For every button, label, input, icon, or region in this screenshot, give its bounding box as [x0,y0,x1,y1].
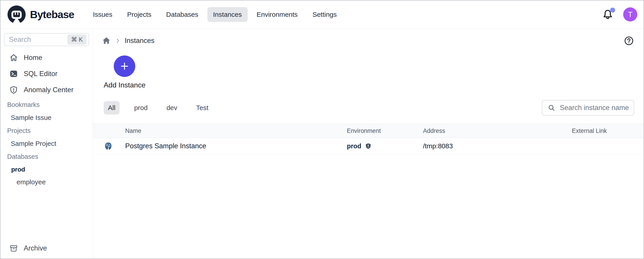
breadcrumb-current: Instances [125,37,154,45]
sidebar-item-label: Home [24,54,42,62]
sidebar-project-sample-project[interactable]: Sample Project [0,137,93,150]
header-cell-environment: Environment [347,127,423,134]
help-circle-icon [624,36,634,46]
filter-row: All prod dev Test Search instance name [93,100,644,116]
instances-table: Name Environment Address External Link [93,124,644,154]
plus-icon [120,61,130,71]
instance-address: /tmp:8083 [423,142,572,150]
instance-name[interactable]: Postgres Sample Instance [125,142,347,150]
sidebar-database-env-prod[interactable]: prod [0,163,93,176]
nav-item-issues[interactable]: Issues [87,7,118,22]
brand-name: Bytebase [30,8,74,20]
add-instance-label: Add Instance [104,81,146,89]
sidebar-search-placeholder: Search [9,35,68,44]
instance-search-placeholder: Search instance name [560,104,629,112]
sidebar-item-label: SQL Editor [24,70,57,78]
tab-all[interactable]: All [104,101,120,115]
chevron-right-icon [111,38,125,44]
avatar-letter: T [628,10,632,19]
table-header: Name Environment Address External Link [93,124,644,138]
left-sidebar: Search ⌘ K Home SQL E [0,29,93,259]
instance-search-input[interactable]: Search instance name [542,100,634,116]
nav-item-projects[interactable]: Projects [121,7,157,22]
main-nav: Issues Projects Databases Instances Envi… [87,7,342,22]
notification-bell-button[interactable] [602,9,613,20]
bytebase-logo[interactable]: Bytebase [7,5,74,24]
terminal-icon [10,70,18,78]
search-shortcut-badge: ⌘ K [68,34,86,45]
shield-protected-icon [365,143,372,150]
sidebar-item-home[interactable]: Home [0,50,93,66]
sidebar-section-databases: Databases [0,150,93,163]
shield-alert-icon [10,86,18,94]
sidebar-item-archive[interactable]: Archive [0,240,93,257]
sidebar-item-sql-editor[interactable]: SQL Editor [0,66,93,82]
postgresql-icon [104,142,112,150]
home-filled-icon [102,36,111,45]
navbar-right: T [602,7,637,21]
instance-environment-cell: prod [347,142,423,150]
breadcrumb: Instances [93,29,644,46]
header-cell-external-link: External Link [572,127,644,134]
add-instance-circle[interactable] [114,55,135,77]
sidebar-search-input[interactable]: Search ⌘ K [4,33,89,46]
nav-item-instances[interactable]: Instances [207,7,248,22]
header-cell-address: Address [423,127,572,134]
sidebar-nav: Home SQL Editor Anomal [0,50,93,188]
search-icon [548,104,555,112]
nav-item-environments[interactable]: Environments [251,7,304,22]
tab-dev[interactable]: dev [162,101,182,115]
top-navbar: Bytebase Issues Projects Databases Insta… [0,0,644,29]
environment-filter-tabs: All prod dev Test [104,101,213,115]
instance-environment: prod [347,142,361,150]
sidebar-database-employee[interactable]: employee [0,176,93,188]
tab-test[interactable]: Test [192,101,213,115]
sidebar-section-projects: Projects [0,124,93,137]
nav-item-databases[interactable]: Databases [160,7,204,22]
sidebar-item-label: Archive [24,244,47,252]
user-avatar[interactable]: T [623,7,637,21]
nav-item-settings[interactable]: Settings [306,7,342,22]
app-window: Bytebase Issues Projects Databases Insta… [0,0,644,259]
notification-dot [610,7,615,12]
engine-icon-cell [93,142,125,150]
add-instance-button[interactable]: Add Instance [104,55,146,89]
header-cell-name: Name [125,127,347,134]
sidebar-section-bookmarks: Bookmarks [0,98,93,111]
main-content: Instances Add Instance [93,29,644,259]
help-button[interactable] [624,36,634,46]
breadcrumb-home-button[interactable] [102,36,111,45]
bytebase-mascot-icon [7,5,26,24]
sidebar-bookmark-sample-issue[interactable]: Sample Issue [0,111,93,124]
archive-icon [10,244,18,253]
home-icon [10,53,18,62]
tab-prod[interactable]: prod [130,101,152,115]
sidebar-item-label: Anomaly Center [24,86,74,94]
sidebar-item-anomaly-center[interactable]: Anomaly Center [0,82,93,98]
table-row[interactable]: Postgres Sample Instance prod /tmp:8083 [93,138,644,154]
